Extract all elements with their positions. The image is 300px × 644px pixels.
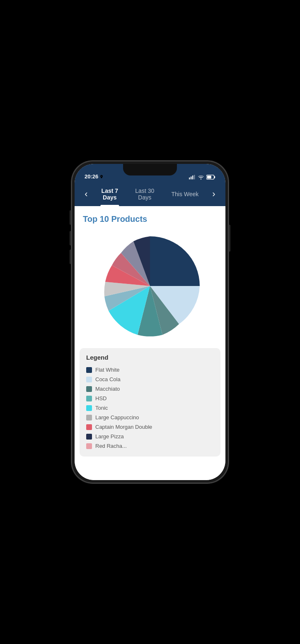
legend-item: Macchiato [86, 384, 214, 394]
tab-thisweek[interactable]: This Week [168, 182, 202, 206]
legend-color [86, 377, 92, 382]
back-arrow[interactable]: ‹ [80, 189, 93, 199]
legend-item: Large Cappuccino [86, 413, 214, 422]
wifi-icon [198, 175, 204, 180]
legend-item: Red Racha... [86, 441, 214, 451]
legend-item: Large Pizza [86, 432, 214, 441]
legend-item: Flat White [86, 365, 214, 375]
svg-rect-3 [194, 175, 195, 179]
legend-color [86, 386, 92, 392]
chart-container [75, 228, 225, 348]
signal-icon [189, 175, 196, 180]
legend-item: Coca Cola [86, 375, 214, 384]
svg-rect-7 [207, 176, 211, 179]
notch [123, 164, 177, 175]
legend-section: Legend Flat WhiteCoca ColaMacchiatoHSDTo… [80, 348, 220, 457]
legend-color [86, 443, 92, 449]
legend-color [86, 434, 92, 440]
legend-label: Large Pizza [95, 433, 124, 440]
legend-label: Large Cappuccino [95, 414, 139, 421]
status-bar: 20:26 [75, 164, 225, 182]
svg-rect-2 [192, 175, 193, 180]
tab-last30days[interactable]: Last 30Days [132, 182, 157, 206]
pie-chart [96, 232, 204, 340]
legend-color [86, 405, 92, 411]
legend-label: Red Racha... [95, 443, 127, 449]
legend-item: HSD [86, 394, 214, 403]
location-icon [99, 175, 104, 179]
content-area: Top 10 Products [75, 206, 225, 480]
legend-label: Coca Cola [95, 376, 121, 382]
legend-label: HSD [95, 395, 106, 401]
svg-rect-6 [214, 176, 215, 178]
legend-color [86, 415, 92, 421]
legend-label: Captain Morgan Double [95, 424, 152, 430]
tab-last7days[interactable]: Last 7Days [98, 182, 121, 206]
nav-bar: ‹ Last 7Days Last 30Days This Week › [75, 182, 225, 206]
legend-item: Captain Morgan Double [86, 422, 214, 432]
legend-color [86, 424, 92, 430]
nav-tabs: Last 7Days Last 30Days This Week [93, 182, 207, 206]
svg-rect-1 [191, 176, 191, 179]
legend-color [86, 396, 92, 401]
legend-title: Legend [86, 354, 214, 361]
battery-icon [206, 175, 215, 180]
svg-rect-0 [189, 178, 190, 180]
legend-label: Tonic [95, 405, 108, 411]
section-title: Top 10 Products [75, 206, 225, 228]
forward-arrow[interactable]: › [207, 189, 220, 199]
legend-item: Tonic [86, 403, 214, 413]
legend-label: Flat White [95, 367, 120, 373]
legend-list: Flat WhiteCoca ColaMacchiatoHSDTonicLarg… [86, 365, 214, 451]
legend-label: Macchiato [95, 386, 120, 392]
status-icons [189, 175, 215, 180]
legend-color [86, 367, 92, 373]
svg-point-4 [201, 179, 201, 180]
status-time: 20:26 [85, 173, 104, 180]
